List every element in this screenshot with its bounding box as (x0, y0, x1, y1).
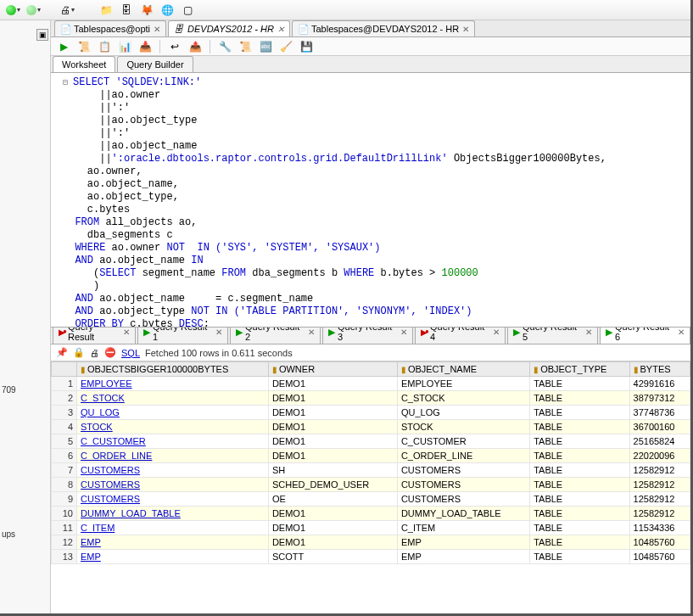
close-icon[interactable]: ✕ (154, 25, 160, 34)
collapse-sidebar-button[interactable]: ▣ (36, 29, 48, 41)
print-button[interactable]: 🖨▾ (59, 3, 75, 18)
close-icon[interactable]: ✕ (308, 328, 315, 337)
autotrace-button[interactable]: 📊 (117, 39, 132, 54)
cell-bytes: 11534336 (629, 521, 690, 535)
table-row[interactable]: 9 CUSTOMERS OE CUSTOMERS TABLE 12582912 (52, 492, 690, 507)
sql-link[interactable]: SQL (121, 348, 140, 358)
worksheet-sub-tabs: Worksheet Query Builder (51, 56, 690, 73)
run-button[interactable]: ▶ (56, 39, 71, 54)
row-number: 5 (52, 434, 77, 449)
close-icon[interactable]: ✕ (678, 328, 685, 337)
cell-link[interactable]: DUMMY_LOAD_TABLE (77, 507, 269, 521)
table-row[interactable]: 11 C_ITEM DEMO1 C_ITEM TABLE 11534336 (52, 521, 690, 535)
tab-query-builder[interactable]: Query Builder (117, 56, 193, 72)
save-button[interactable]: 💾 (299, 39, 314, 54)
play-icon: ▶ (143, 327, 150, 338)
close-icon[interactable]: ✕ (215, 328, 222, 337)
table-row[interactable]: 8 CUSTOMERS SCHED_DEMO_USER CUSTOMERS TA… (52, 478, 690, 492)
format-button[interactable]: 🔤 (258, 39, 273, 54)
close-icon[interactable]: ✕ (585, 328, 592, 337)
print-result-icon[interactable]: 🖨 (90, 348, 99, 358)
table-row[interactable]: 4 STOCK DEMO1 STOCK TABLE 36700160 (52, 420, 690, 434)
cell-link[interactable]: EMP (77, 550, 269, 564)
back-button[interactable]: ▾ (5, 3, 20, 18)
db-icon[interactable]: 🗄 (119, 3, 134, 18)
firefox-icon[interactable]: 🦊 (139, 3, 154, 18)
cell-link[interactable]: STOCK (77, 420, 269, 434)
cell-object-name: C_ORDER_LINE (397, 449, 529, 463)
column-header[interactable]: ▮OBJECTSBIGGER100000BYTES (77, 362, 269, 377)
row-number: 3 (52, 406, 77, 420)
column-header[interactable]: ▮OBJECT_TYPE (530, 362, 629, 377)
row-number: 6 (52, 449, 77, 463)
tab-devdays-hr[interactable]: 🗄DEVDAYS2012 - HR✕ (168, 20, 290, 36)
sidebar-text-2: ups (2, 529, 15, 539)
window-icon[interactable]: ▢ (180, 3, 195, 18)
tab-label: DEVDAYS2012 - HR (187, 24, 274, 34)
column-header[interactable]: ▮BYTES (629, 362, 690, 377)
sql-tuning-button[interactable]: 🔧 (217, 39, 232, 54)
table-row[interactable]: 6 C_ORDER_LINE DEMO1 C_ORDER_LINE TABLE … (52, 449, 690, 463)
table-row[interactable]: 5 C_CUSTOMER DEMO1 C_CUSTOMER TABLE 2516… (52, 434, 690, 449)
cell-bytes: 37748736 (629, 406, 690, 420)
cell-bytes: 42991616 (629, 377, 690, 391)
cell-link[interactable]: CUSTOMERS (77, 463, 269, 478)
pin-icon[interactable]: 📌 (56, 347, 68, 358)
tab-tablespaces-opti[interactable]: 📄Tablespaces@opti✕ (54, 20, 166, 36)
cell-link[interactable]: C_ITEM (77, 521, 269, 535)
close-icon[interactable]: ✕ (277, 25, 284, 34)
column-header[interactable]: ▮OWNER (268, 362, 397, 377)
cell-object-type: TABLE (530, 507, 629, 521)
explain-button[interactable]: 📋 (97, 39, 112, 54)
cell-object-name: EMP (397, 550, 529, 564)
table-row[interactable]: 7 CUSTOMERS SH CUSTOMERS TABLE 12582912 (52, 463, 690, 478)
cell-link[interactable]: EMP (77, 535, 269, 550)
cell-link[interactable]: C_STOCK (77, 391, 269, 406)
cell-link[interactable]: CUSTOMERS (77, 478, 269, 492)
run-script-button[interactable]: 📜 (76, 39, 92, 54)
close-icon[interactable]: ✕ (462, 25, 469, 34)
row-number: 9 (52, 492, 77, 507)
cell-object-type: TABLE (530, 535, 629, 550)
lock-icon[interactable]: 🔒 (73, 347, 85, 358)
column-header[interactable]: ▮OBJECT_NAME (397, 362, 529, 377)
cell-object-name: C_STOCK (397, 391, 529, 406)
unshared-button[interactable]: 📤 (187, 39, 203, 54)
cell-object-type: TABLE (530, 478, 629, 492)
forward-button[interactable]: ▾ (25, 3, 41, 18)
cell-bytes: 36700160 (629, 420, 690, 434)
row-number: 8 (52, 478, 77, 492)
close-icon[interactable]: ✕ (493, 328, 500, 337)
table-row[interactable]: 10 DUMMY_LOAD_TABLE DEMO1 DUMMY_LOAD_TAB… (52, 507, 690, 521)
sql-editor[interactable]: ⊟ SELECT 'SQLDEV:LINK:' ||ao.owner ||':'… (51, 73, 690, 328)
sql-history-button[interactable]: 📜 (238, 39, 253, 54)
table-row[interactable]: 13 EMP SCOTT EMP TABLE 10485760 (52, 550, 690, 564)
tab-tablespaces-devdays[interactable]: 📄Tablespaces@DEVDAYS2012 - HR✕ (292, 20, 475, 36)
ie-icon[interactable]: 🌐 (159, 3, 175, 18)
cell-link[interactable]: CUSTOMERS (77, 492, 269, 507)
table-row[interactable]: 3 QU_LOG DEMO1 QU_LOG TABLE 37748736 (52, 406, 690, 420)
table-row[interactable]: 1 EMPLOYEE DEMO1 EMPLOYEE TABLE 42991616 (52, 377, 690, 391)
clear-button[interactable]: 🧹 (278, 39, 293, 54)
cell-link[interactable]: EMPLOYEE (77, 377, 269, 391)
table-row[interactable]: 2 C_STOCK DEMO1 C_STOCK TABLE 38797312 (52, 391, 690, 406)
cell-object-type: TABLE (530, 550, 629, 564)
table-row[interactable]: 12 EMP DEMO1 EMP TABLE 10485760 (52, 535, 690, 550)
tab-worksheet[interactable]: Worksheet (53, 56, 115, 72)
close-icon[interactable]: ✕ (400, 328, 407, 337)
commit-button[interactable]: 📥 (137, 39, 153, 54)
close-icon[interactable]: ✕ (123, 328, 130, 337)
row-number: 7 (52, 463, 77, 478)
cancel-icon[interactable]: ⛔ (104, 347, 116, 358)
folder-icon[interactable]: 📁 (98, 3, 114, 18)
cell-link[interactable]: QU_LOG (77, 406, 269, 420)
result-toolbar: 📌 🔒 🖨 ⛔ SQL Fetched 100 rows in 0.611 se… (51, 344, 690, 361)
cell-link[interactable]: C_CUSTOMER (77, 434, 269, 449)
cell-link[interactable]: C_ORDER_LINE (77, 449, 269, 463)
row-number: 1 (52, 377, 77, 391)
cell-bytes: 12582912 (629, 507, 690, 521)
result-grid[interactable]: ▮OBJECTSBIGGER100000BYTES▮OWNER▮OBJECT_N… (51, 361, 690, 613)
cell-object-type: TABLE (530, 391, 629, 406)
rollback-button[interactable]: ↩ (167, 39, 182, 54)
play-icon: ▶ (606, 327, 612, 338)
